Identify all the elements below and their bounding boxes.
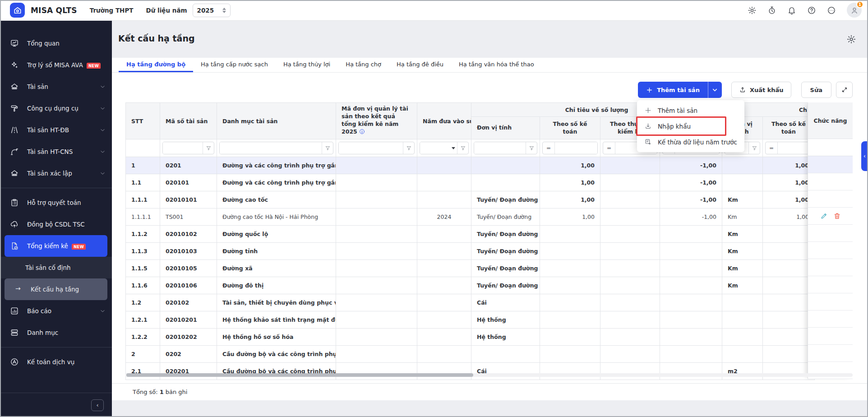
menu-item-2[interactable]: Kế thừa dữ liệu năm trước	[637, 134, 744, 150]
sidebar-item-2[interactable]: Tài sản	[0, 76, 112, 97]
edit-button[interactable]: Sửa	[801, 82, 831, 98]
cell-11-4	[417, 346, 471, 363]
filter-funnel-icon[interactable]	[457, 145, 468, 151]
menu-item-1[interactable]: Nhập khẩu	[637, 118, 744, 134]
table-row[interactable]: 1.1.1.1TS001Đường cao tốc Hà Nội - Hải P…	[126, 208, 815, 226]
cell-5-0: 1.1.3	[126, 243, 160, 260]
expand-button[interactable]	[836, 82, 853, 98]
help-icon[interactable]	[807, 6, 816, 15]
sidebar-item-8[interactable]: Đồng bộ CSDL TSC	[0, 213, 112, 235]
cell-7-6	[540, 277, 600, 294]
table-row[interactable]: 1.1.502010105Đường xãTuyến/ Đoạn đườngKm	[126, 260, 815, 277]
delete-trash-icon[interactable]	[833, 212, 841, 220]
edit-pencil-icon[interactable]	[820, 212, 828, 220]
filter-input[interactable]	[163, 142, 203, 154]
filter-input[interactable]	[420, 142, 450, 154]
more-options-icon[interactable]	[827, 6, 836, 15]
cell-9-10	[763, 311, 815, 329]
sidebar-item-4[interactable]: Tài sản HT-ĐB	[0, 119, 112, 141]
equals-operator[interactable]: =	[543, 145, 554, 151]
filter-funnel-icon[interactable]	[203, 145, 214, 151]
filter-funnel-icon[interactable]	[322, 145, 333, 151]
settings-icon[interactable]	[748, 6, 757, 15]
filter-box: =	[765, 142, 812, 154]
table-row[interactable]: 1.1.202010102Đường quốc lộTuyến/ Đoạn đư…	[126, 226, 815, 243]
horizontal-scrollbar[interactable]	[125, 373, 853, 377]
filter-input[interactable]	[474, 142, 526, 154]
export-button[interactable]: Xuất khẩu	[731, 82, 791, 98]
tab-4[interactable]: Hạ tầng đê điều	[389, 58, 451, 72]
side-panel-toggle[interactable]: ‹	[861, 141, 868, 171]
cell-1-7	[600, 174, 660, 191]
sidebar-subitem-label: Tài sản cố định	[25, 264, 106, 271]
filter-input[interactable]	[220, 142, 322, 154]
new-badge: NEW	[72, 244, 86, 250]
cell-0-9	[722, 157, 763, 174]
tab-0[interactable]: Hạ tầng đường bộ	[119, 58, 193, 72]
filter-cell-10: =	[763, 139, 815, 157]
table-settings-gear-icon[interactable]	[846, 34, 856, 44]
tab-3[interactable]: Hạ tầng chợ	[338, 58, 389, 72]
filter-input[interactable]	[555, 142, 597, 154]
tab-5[interactable]: Hạ tầng văn hóa thể thao	[451, 58, 542, 72]
cell-9-8	[660, 311, 722, 329]
cell-12-4	[417, 363, 471, 380]
equals-operator[interactable]: =	[603, 145, 615, 151]
sidebar-subitem-11[interactable]: →Kết cấu hạ tầng	[5, 278, 107, 300]
chevron-down-icon	[711, 87, 718, 93]
table-row[interactable]: 10201Đường và các công trình phụ trợ gắn…	[126, 157, 815, 174]
cell-12-1: 020201	[160, 363, 217, 380]
filter-input[interactable]	[778, 142, 812, 154]
cell-1-0: 1.1	[126, 174, 160, 191]
tab-2[interactable]: Hạ tầng thủy lợi	[276, 58, 338, 72]
table-row[interactable]: 1.2.102010201Hệ thống khảo sát tình trạn…	[126, 311, 815, 329]
add-asset-dropdown-button[interactable]	[708, 87, 722, 93]
notifications-bell-icon[interactable]	[787, 6, 796, 15]
sidebar-item-9[interactable]: Tổng kiểm kêNEW	[5, 235, 107, 257]
menu-item-0[interactable]: Thêm tài sản	[637, 102, 744, 118]
table-row[interactable]: 1.1.102010101Đường cao tốcTuyến/ Đoạn đư…	[126, 191, 815, 208]
misa-logo-icon[interactable]	[10, 3, 25, 18]
sidebar-item-14[interactable]: Kế toán dịch vụ	[0, 351, 112, 373]
tab-1[interactable]: Hạ tầng cấp nước sạch	[193, 58, 276, 72]
table-row[interactable]: 1.1020101Đường và các công trình phụ trợ…	[126, 174, 815, 191]
filter-funnel-icon[interactable]	[526, 145, 537, 151]
reminder-clock-icon[interactable]	[767, 6, 776, 15]
user-avatar[interactable]: 1	[847, 3, 862, 18]
equals-operator[interactable]: =	[766, 145, 777, 151]
sidebar: Tổng quanTrợ lý số MISA AVANEWTài sảnCôn…	[0, 21, 112, 417]
filter-input[interactable]	[339, 142, 403, 154]
caret-down-icon[interactable]	[452, 147, 455, 149]
cell-2-9: Km	[722, 191, 763, 208]
sidebar-item-12[interactable]: Báo cáo	[0, 300, 112, 322]
filter-funnel-icon[interactable]	[749, 145, 760, 151]
col-header-2: Danh mục tài sản	[217, 103, 336, 139]
org-name[interactable]: Trường THPT	[90, 7, 134, 14]
table-row[interactable]: 1.1.302010103Đường tỉnhTuyến/ Đoạn đường…	[126, 243, 815, 260]
info-icon[interactable]	[359, 129, 365, 137]
cell-1-3	[336, 174, 417, 191]
filter-box: =	[542, 142, 598, 154]
sidebar-item-0[interactable]: Tổng quan	[0, 32, 112, 54]
sidebar-item-1[interactable]: Trợ lý số MISA AVANEW	[0, 54, 112, 76]
sidebar-item-13[interactable]: Danh mục	[0, 322, 112, 343]
scrollbar-thumb[interactable]	[126, 373, 473, 377]
function-cell-4	[808, 225, 853, 242]
year-stepper-icon[interactable]	[222, 8, 226, 13]
add-asset-button[interactable]: Thêm tài sản	[638, 87, 708, 93]
sidebar-item-6[interactable]: Tài sản xác lập	[0, 162, 112, 184]
sidebar-item-7[interactable]: Hỗ trợ quyết toán	[0, 192, 112, 213]
table-row[interactable]: 1.1.602010106Đường đô thịTuyến/ Đoạn đườ…	[126, 277, 815, 294]
filter-funnel-icon[interactable]	[403, 145, 414, 151]
cell-4-0: 1.1.2	[126, 226, 160, 243]
table-row[interactable]: 2.1020201Cầu đường bộ và các công trình …	[126, 363, 815, 380]
sidebar-collapse-button[interactable]: ‹	[91, 399, 104, 411]
sidebar-subitem-10[interactable]: Tài sản cố định	[0, 257, 112, 278]
cell-6-6	[540, 260, 600, 277]
sidebar-item-3[interactable]: Công cụ dụng cụ	[0, 97, 112, 119]
year-select[interactable]: 2025	[193, 4, 231, 17]
sidebar-item-5[interactable]: Tài sản HT-CNS	[0, 141, 112, 162]
table-row[interactable]: 1.2.202010202Hệ thống hồ sơ số hóaHệ thố…	[126, 329, 815, 346]
table-row[interactable]: 1.2020102Tài sản, thiết bị chuyên dùng p…	[126, 294, 815, 311]
table-row[interactable]: 20202Cầu đường bộ và các công trình phụ …	[126, 346, 815, 363]
